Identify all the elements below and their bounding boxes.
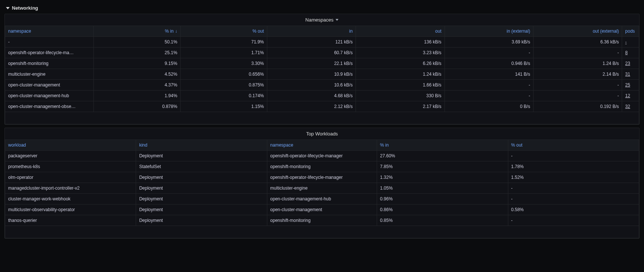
cell-pct-out: 0.58%: [508, 204, 639, 215]
cell-namespace: open-cluster-management: [267, 204, 377, 215]
cell-kind: Deployment: [136, 151, 267, 161]
table-row: -50.1%71.9%121 kB/s136 kB/s3.69 kB/s6.36…: [5, 37, 639, 47]
cell-in-ext: -: [445, 91, 533, 101]
table-namespaces: namespace % in↓ % out in out in (externa…: [5, 26, 639, 124]
cell-namespace: openshift-operator-lifecycle-manager: [267, 172, 377, 183]
cell-pct-in: 4.37%: [94, 80, 181, 91]
cell-pct-in: 0.86%: [377, 204, 508, 215]
table-row: openshift-operator-lifecycle-ma…25.1%1.7…: [5, 47, 639, 58]
cell-pct-in: 4.52%: [94, 69, 181, 80]
panel-namespaces: Namespaces namespace % in↓ % out in out …: [4, 14, 640, 125]
cell-namespace: open-cluster-management-hub: [5, 91, 94, 101]
cell-workload: packageserver: [5, 151, 136, 161]
cell-in: 2.12 kB/s: [267, 101, 356, 112]
cell-workload: thanos-querier: [5, 215, 136, 226]
cell-pods[interactable]: 32: [622, 101, 639, 112]
cell-pct-out: 0.656%: [181, 69, 267, 80]
cell-namespace: openshift-operator-lifecycle-ma…: [5, 47, 94, 58]
cell-out: 136 kB/s: [356, 37, 445, 47]
table-row: thanos-querierDeploymentopenshift-monito…: [5, 215, 639, 226]
table-row: packageserverDeploymentopenshift-operato…: [5, 151, 639, 161]
cell-out: 330 B/s: [356, 91, 445, 101]
cell-pct-in: 7.85%: [377, 161, 508, 172]
table-workloads: workload kind namespace % in % out packa…: [5, 140, 639, 238]
cell-pct-out: -: [508, 183, 639, 194]
cell-pods[interactable]: 12: [622, 91, 639, 101]
table-row: prometheus-k8sStatefulSetopenshift-monit…: [5, 161, 639, 172]
table-row: multicluster-engine4.52%0.656%10.9 kB/s1…: [5, 69, 639, 80]
cell-pods[interactable]: -: [622, 37, 639, 47]
cell-kind: Deployment: [136, 194, 267, 204]
chevron-down-icon: [336, 19, 338, 21]
table-row: cluster-manager-work-webhookDeploymentop…: [5, 194, 639, 204]
cell-in: 4.68 kB/s: [267, 91, 356, 101]
cell-pods[interactable]: 31: [622, 69, 639, 80]
col-pct-in[interactable]: % in↓: [94, 26, 181, 37]
cell-out-ext: -: [533, 47, 622, 58]
col-pct-out[interactable]: % out: [181, 26, 267, 37]
cell-pods[interactable]: 25: [622, 80, 639, 91]
col-out-ext[interactable]: out (external): [533, 26, 622, 37]
panel-title-text: Namespaces: [306, 17, 334, 23]
cell-kind: Deployment: [136, 183, 267, 194]
cell-out-ext: 2.14 B/s: [533, 69, 622, 80]
cell-out: 1.66 kB/s: [356, 80, 445, 91]
cell-pct-in: 27.60%: [377, 151, 508, 161]
cell-pct-in: 0.96%: [377, 194, 508, 204]
cell-namespace: openshift-monitoring: [267, 215, 377, 226]
table-footer-empty: [5, 226, 639, 238]
table-row: openshift-monitoring9.15%3.30%22.1 kB/s6…: [5, 58, 639, 69]
cell-out-ext: -: [533, 80, 622, 91]
cell-namespace: multicluster-engine: [5, 69, 94, 80]
col-pct-in[interactable]: % in: [377, 140, 508, 151]
panel-title-dropdown[interactable]: Namespaces: [306, 17, 339, 23]
cell-out: 3.23 kB/s: [356, 47, 445, 58]
cell-pct-out: 0.174%: [181, 91, 267, 101]
col-out[interactable]: out: [356, 26, 445, 37]
col-in-ext[interactable]: in (external): [445, 26, 533, 37]
cell-pct-out: -: [508, 215, 639, 226]
cell-out-ext: -: [533, 91, 622, 101]
col-namespace[interactable]: namespace: [5, 26, 94, 37]
cell-in: 121 kB/s: [267, 37, 356, 47]
cell-pct-in: 0.85%: [377, 215, 508, 226]
cell-workload: prometheus-k8s: [5, 161, 136, 172]
cell-kind: Deployment: [136, 204, 267, 215]
cell-out: 1.24 kB/s: [356, 69, 445, 80]
cell-pods[interactable]: 8: [622, 47, 639, 58]
cell-in: 10.6 kB/s: [267, 80, 356, 91]
cell-out-ext: 0.192 B/s: [533, 101, 622, 112]
cell-workload: managedcluster-import-controller-v2: [5, 183, 136, 194]
col-in[interactable]: in: [267, 26, 356, 37]
table-row: olm-operatorDeploymentopenshift-operator…: [5, 172, 639, 183]
cell-workload: multicluster-observability-operator: [5, 204, 136, 215]
cell-pct-out: 1.52%: [508, 172, 639, 183]
cell-pct-out: -: [508, 194, 639, 204]
col-pct-in-label: % in: [165, 29, 174, 34]
panel-top-workloads: Top Workloads workload kind namespace % …: [4, 128, 640, 239]
cell-pods[interactable]: 23: [622, 58, 639, 69]
cell-pct-in: 1.05%: [377, 183, 508, 194]
sort-desc-icon: ↓: [175, 29, 177, 34]
section-header-networking[interactable]: Networking: [6, 5, 640, 11]
cell-namespace: openshift-monitoring: [267, 161, 377, 172]
cell-namespace: openshift-monitoring: [5, 58, 94, 69]
cell-in-ext: 0 B/s: [445, 101, 533, 112]
cell-namespace: multicluster-engine: [267, 183, 377, 194]
cell-namespace: open-cluster-management-obse…: [5, 101, 94, 112]
cell-out: 6.26 kB/s: [356, 58, 445, 69]
cell-in-ext: 141 B/s: [445, 69, 533, 80]
table-row: open-cluster-management-obse…0.878%1.15%…: [5, 101, 639, 112]
col-kind[interactable]: kind: [136, 140, 267, 151]
col-pods[interactable]: pods: [622, 26, 639, 37]
cell-out-ext: 6.36 kB/s: [533, 37, 622, 47]
col-namespace[interactable]: namespace: [267, 140, 377, 151]
cell-namespace: openshift-operator-lifecycle-manager: [267, 151, 377, 161]
cell-pct-in: 50.1%: [94, 37, 181, 47]
table-footer-empty: [5, 112, 639, 124]
chevron-down-icon: [6, 7, 10, 9]
col-workload[interactable]: workload: [5, 140, 136, 151]
cell-pct-out: 1.15%: [181, 101, 267, 112]
cell-in-ext: 0.946 B/s: [445, 58, 533, 69]
col-pct-out[interactable]: % out: [508, 140, 639, 151]
